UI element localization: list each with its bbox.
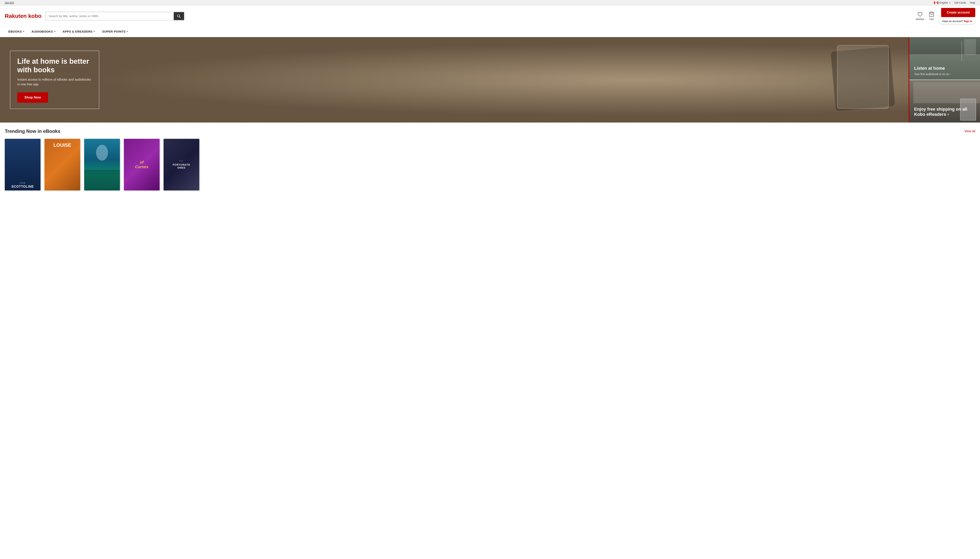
header: Rakuten kobo Wishlist Cart <box>0 5 980 26</box>
canada-flag-icon <box>934 2 938 4</box>
logo-rakuten: Rakuten <box>5 13 28 19</box>
nav-audiobooks[interactable]: Audiobooks <box>28 26 59 37</box>
top-bar-right: English Gift Cards Help <box>934 1 975 4</box>
language-selector[interactable]: English <box>934 1 950 4</box>
cart-button[interactable]: Cart <box>929 12 934 21</box>
svg-line-5 <box>180 17 180 18</box>
shop-now-button[interactable]: Shop Now <box>17 93 48 103</box>
book-cover: the FORTUNATEONES <box>163 139 199 190</box>
trending-title: Trending Now in eBooks <box>5 129 60 134</box>
language-chevron-icon <box>949 2 950 4</box>
heart-icon <box>917 12 923 17</box>
book-card[interactable]: LOUISE <box>45 139 80 190</box>
nav-bar: eBooks Audiobooks Apps & eReaders Super … <box>0 26 980 37</box>
nav-ebooks-chevron-icon <box>23 30 25 33</box>
promo-link-area[interactable]: Get $15 <box>5 1 14 4</box>
logo[interactable]: Rakuten kobo <box>5 13 41 19</box>
sign-in-bubble: Have an account? Sign in <box>939 18 975 24</box>
hero-subtitle: Instant access to millions of eBooks and… <box>17 77 92 87</box>
create-account-button[interactable]: Create account <box>941 8 975 17</box>
hero-box: Life at home is better with books Instan… <box>10 51 99 109</box>
trending-section: Trending Now in eBooks View all LISA SCO… <box>0 122 980 194</box>
book-card[interactable]: the FORTUNATEONES <box>163 139 199 190</box>
hero-panel-shipping[interactable]: Enjoy free shipping on all Kobo eReaders… <box>909 80 980 122</box>
book-cover: LISA SCOTTOLINE <box>5 139 41 190</box>
book-cover: ofCurses <box>124 139 160 190</box>
header-actions: Wishlist Cart Create account Have an acc… <box>916 8 975 24</box>
book-card[interactable]: ofCurses <box>124 139 160 190</box>
have-account-text: Have an account? <box>942 20 963 23</box>
promo-link[interactable]: Get $15 <box>5 1 14 4</box>
gift-cards-link[interactable]: Gift Cards <box>954 1 966 4</box>
cart-label: Cart <box>929 18 934 21</box>
hero-panel-listen-chevron-icon: › <box>950 73 950 76</box>
nav-apps-ereaders[interactable]: Apps & eReaders <box>59 26 99 37</box>
hero-side-panels: Listen at home Your first audiobook is o… <box>909 37 980 122</box>
hero-panel-shipping-content: Enjoy free shipping on all Kobo eReaders… <box>909 103 980 122</box>
hero-section: Life at home is better with books Instan… <box>0 37 980 122</box>
search-button[interactable] <box>174 12 184 20</box>
view-all-link[interactable]: View all <box>964 129 975 133</box>
nav-apps-chevron-icon <box>94 30 95 33</box>
trending-header: Trending Now in eBooks View all <box>5 129 975 134</box>
hero-panel-listen-subtitle: Your first audiobook is on us › <box>914 73 975 76</box>
hero-panel-listen[interactable]: Listen at home Your first audiobook is o… <box>909 37 980 80</box>
top-bar: Get $15 English Gift Cards Help <box>0 0 980 5</box>
svg-rect-2 <box>937 2 939 4</box>
help-link[interactable]: Help <box>970 1 975 4</box>
nav-audiobooks-label: Audiobooks <box>31 30 53 33</box>
hero-main-panel: Life at home is better with books Instan… <box>0 37 909 122</box>
logo-kobo: kobo <box>28 13 41 19</box>
search-bar <box>45 12 185 20</box>
cart-icon <box>929 12 934 17</box>
book-cover <box>84 139 120 190</box>
hero-panel-listen-title: Listen at home <box>914 66 975 71</box>
hero-title: Life at home is better with books <box>17 57 92 74</box>
nav-audiobooks-chevron-icon <box>54 30 56 33</box>
hero-panel-shipping-chevron-icon: › <box>947 112 949 117</box>
nav-superpoints-chevron-icon <box>127 30 128 33</box>
hero-panel-shipping-title: Enjoy free shipping on all Kobo eReaders… <box>914 107 975 117</box>
nav-ebooks-label: eBooks <box>8 30 22 33</box>
nav-superpoints-label: Super Points <box>102 30 125 33</box>
sign-in-link[interactable]: Sign in <box>964 20 972 23</box>
books-grid: LISA SCOTTOLINE LOUISE <box>5 139 975 190</box>
wishlist-label: Wishlist <box>916 18 924 21</box>
book-card[interactable]: LISA SCOTTOLINE <box>5 139 41 190</box>
hero-panel-listen-content: Listen at home Your first audiobook is o… <box>909 62 980 79</box>
wishlist-button[interactable]: Wishlist <box>916 12 924 21</box>
book-cover: LOUISE <box>45 139 80 190</box>
nav-super-points[interactable]: Super Points <box>99 26 132 37</box>
search-icon <box>177 14 181 18</box>
hero-background <box>0 37 909 122</box>
book-card[interactable] <box>84 139 120 190</box>
svg-rect-1 <box>934 2 935 4</box>
search-input[interactable] <box>46 12 174 20</box>
account-area: Create account Have an account? Sign in <box>939 8 975 24</box>
nav-apps-label: Apps & eReaders <box>63 30 92 33</box>
nav-ebooks[interactable]: eBooks <box>5 26 28 37</box>
language-label: English <box>939 1 948 4</box>
hero-content: Life at home is better with books Instan… <box>0 43 109 117</box>
